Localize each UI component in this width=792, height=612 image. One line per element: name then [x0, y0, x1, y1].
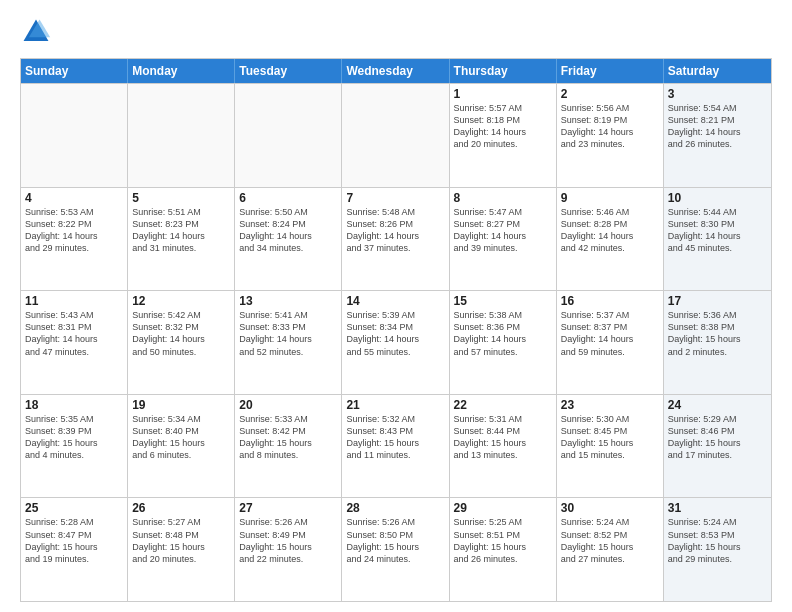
day-info: Sunrise: 5:28 AM Sunset: 8:47 PM Dayligh… — [25, 516, 123, 565]
calendar-day-cell: 31Sunrise: 5:24 AM Sunset: 8:53 PM Dayli… — [664, 498, 771, 601]
calendar-day-cell: 5Sunrise: 5:51 AM Sunset: 8:23 PM Daylig… — [128, 188, 235, 291]
calendar-week: 18Sunrise: 5:35 AM Sunset: 8:39 PM Dayli… — [21, 394, 771, 498]
day-number: 14 — [346, 294, 444, 308]
calendar-day-cell: 20Sunrise: 5:33 AM Sunset: 8:42 PM Dayli… — [235, 395, 342, 498]
calendar-week: 1Sunrise: 5:57 AM Sunset: 8:18 PM Daylig… — [21, 83, 771, 187]
day-info: Sunrise: 5:26 AM Sunset: 8:49 PM Dayligh… — [239, 516, 337, 565]
calendar-week: 25Sunrise: 5:28 AM Sunset: 8:47 PM Dayli… — [21, 497, 771, 601]
day-number: 26 — [132, 501, 230, 515]
day-info: Sunrise: 5:53 AM Sunset: 8:22 PM Dayligh… — [25, 206, 123, 255]
day-info: Sunrise: 5:38 AM Sunset: 8:36 PM Dayligh… — [454, 309, 552, 358]
day-number: 20 — [239, 398, 337, 412]
day-info: Sunrise: 5:36 AM Sunset: 8:38 PM Dayligh… — [668, 309, 767, 358]
day-number: 25 — [25, 501, 123, 515]
calendar-day-cell: 27Sunrise: 5:26 AM Sunset: 8:49 PM Dayli… — [235, 498, 342, 601]
day-number: 8 — [454, 191, 552, 205]
calendar-day-cell: 1Sunrise: 5:57 AM Sunset: 8:18 PM Daylig… — [450, 84, 557, 187]
calendar-header-row: SundayMondayTuesdayWednesdayThursdayFrid… — [21, 59, 771, 83]
day-info: Sunrise: 5:24 AM Sunset: 8:52 PM Dayligh… — [561, 516, 659, 565]
calendar-header-day: Saturday — [664, 59, 771, 83]
logo — [20, 16, 56, 48]
day-number: 22 — [454, 398, 552, 412]
calendar-header-day: Friday — [557, 59, 664, 83]
day-info: Sunrise: 5:34 AM Sunset: 8:40 PM Dayligh… — [132, 413, 230, 462]
calendar-day-cell: 24Sunrise: 5:29 AM Sunset: 8:46 PM Dayli… — [664, 395, 771, 498]
day-info: Sunrise: 5:54 AM Sunset: 8:21 PM Dayligh… — [668, 102, 767, 151]
day-info: Sunrise: 5:44 AM Sunset: 8:30 PM Dayligh… — [668, 206, 767, 255]
day-number: 9 — [561, 191, 659, 205]
day-info: Sunrise: 5:24 AM Sunset: 8:53 PM Dayligh… — [668, 516, 767, 565]
day-number: 12 — [132, 294, 230, 308]
calendar-day-cell: 10Sunrise: 5:44 AM Sunset: 8:30 PM Dayli… — [664, 188, 771, 291]
day-number: 1 — [454, 87, 552, 101]
page: SundayMondayTuesdayWednesdayThursdayFrid… — [0, 0, 792, 612]
header — [20, 16, 772, 48]
calendar-day-cell: 15Sunrise: 5:38 AM Sunset: 8:36 PM Dayli… — [450, 291, 557, 394]
calendar-day-cell: 30Sunrise: 5:24 AM Sunset: 8:52 PM Dayli… — [557, 498, 664, 601]
day-number: 13 — [239, 294, 337, 308]
day-info: Sunrise: 5:33 AM Sunset: 8:42 PM Dayligh… — [239, 413, 337, 462]
day-number: 23 — [561, 398, 659, 412]
calendar-day-cell: 11Sunrise: 5:43 AM Sunset: 8:31 PM Dayli… — [21, 291, 128, 394]
calendar-day-cell — [235, 84, 342, 187]
day-number: 2 — [561, 87, 659, 101]
day-info: Sunrise: 5:48 AM Sunset: 8:26 PM Dayligh… — [346, 206, 444, 255]
day-info: Sunrise: 5:30 AM Sunset: 8:45 PM Dayligh… — [561, 413, 659, 462]
day-info: Sunrise: 5:47 AM Sunset: 8:27 PM Dayligh… — [454, 206, 552, 255]
day-info: Sunrise: 5:43 AM Sunset: 8:31 PM Dayligh… — [25, 309, 123, 358]
calendar-day-cell: 13Sunrise: 5:41 AM Sunset: 8:33 PM Dayli… — [235, 291, 342, 394]
calendar: SundayMondayTuesdayWednesdayThursdayFrid… — [20, 58, 772, 602]
calendar-day-cell: 4Sunrise: 5:53 AM Sunset: 8:22 PM Daylig… — [21, 188, 128, 291]
day-number: 18 — [25, 398, 123, 412]
day-info: Sunrise: 5:26 AM Sunset: 8:50 PM Dayligh… — [346, 516, 444, 565]
day-info: Sunrise: 5:37 AM Sunset: 8:37 PM Dayligh… — [561, 309, 659, 358]
day-number: 21 — [346, 398, 444, 412]
calendar-header-day: Monday — [128, 59, 235, 83]
calendar-body: 1Sunrise: 5:57 AM Sunset: 8:18 PM Daylig… — [21, 83, 771, 601]
calendar-day-cell: 14Sunrise: 5:39 AM Sunset: 8:34 PM Dayli… — [342, 291, 449, 394]
day-info: Sunrise: 5:46 AM Sunset: 8:28 PM Dayligh… — [561, 206, 659, 255]
day-number: 29 — [454, 501, 552, 515]
day-number: 15 — [454, 294, 552, 308]
day-info: Sunrise: 5:56 AM Sunset: 8:19 PM Dayligh… — [561, 102, 659, 151]
calendar-day-cell: 2Sunrise: 5:56 AM Sunset: 8:19 PM Daylig… — [557, 84, 664, 187]
day-number: 6 — [239, 191, 337, 205]
day-number: 5 — [132, 191, 230, 205]
calendar-header-day: Tuesday — [235, 59, 342, 83]
day-number: 27 — [239, 501, 337, 515]
calendar-week: 11Sunrise: 5:43 AM Sunset: 8:31 PM Dayli… — [21, 290, 771, 394]
day-info: Sunrise: 5:50 AM Sunset: 8:24 PM Dayligh… — [239, 206, 337, 255]
calendar-day-cell — [342, 84, 449, 187]
calendar-day-cell: 23Sunrise: 5:30 AM Sunset: 8:45 PM Dayli… — [557, 395, 664, 498]
day-number: 30 — [561, 501, 659, 515]
calendar-day-cell: 19Sunrise: 5:34 AM Sunset: 8:40 PM Dayli… — [128, 395, 235, 498]
logo-icon — [20, 16, 52, 48]
calendar-day-cell: 26Sunrise: 5:27 AM Sunset: 8:48 PM Dayli… — [128, 498, 235, 601]
day-info: Sunrise: 5:29 AM Sunset: 8:46 PM Dayligh… — [668, 413, 767, 462]
calendar-day-cell: 8Sunrise: 5:47 AM Sunset: 8:27 PM Daylig… — [450, 188, 557, 291]
calendar-day-cell: 18Sunrise: 5:35 AM Sunset: 8:39 PM Dayli… — [21, 395, 128, 498]
day-number: 3 — [668, 87, 767, 101]
calendar-day-cell: 6Sunrise: 5:50 AM Sunset: 8:24 PM Daylig… — [235, 188, 342, 291]
calendar-day-cell — [21, 84, 128, 187]
calendar-day-cell: 16Sunrise: 5:37 AM Sunset: 8:37 PM Dayli… — [557, 291, 664, 394]
calendar-day-cell: 28Sunrise: 5:26 AM Sunset: 8:50 PM Dayli… — [342, 498, 449, 601]
calendar-day-cell: 12Sunrise: 5:42 AM Sunset: 8:32 PM Dayli… — [128, 291, 235, 394]
day-info: Sunrise: 5:35 AM Sunset: 8:39 PM Dayligh… — [25, 413, 123, 462]
calendar-day-cell: 7Sunrise: 5:48 AM Sunset: 8:26 PM Daylig… — [342, 188, 449, 291]
day-number: 10 — [668, 191, 767, 205]
day-info: Sunrise: 5:27 AM Sunset: 8:48 PM Dayligh… — [132, 516, 230, 565]
day-info: Sunrise: 5:25 AM Sunset: 8:51 PM Dayligh… — [454, 516, 552, 565]
day-number: 4 — [25, 191, 123, 205]
calendar-day-cell — [128, 84, 235, 187]
day-info: Sunrise: 5:42 AM Sunset: 8:32 PM Dayligh… — [132, 309, 230, 358]
calendar-day-cell: 21Sunrise: 5:32 AM Sunset: 8:43 PM Dayli… — [342, 395, 449, 498]
calendar-header-day: Wednesday — [342, 59, 449, 83]
calendar-header-day: Thursday — [450, 59, 557, 83]
calendar-day-cell: 3Sunrise: 5:54 AM Sunset: 8:21 PM Daylig… — [664, 84, 771, 187]
day-number: 24 — [668, 398, 767, 412]
day-number: 16 — [561, 294, 659, 308]
day-info: Sunrise: 5:39 AM Sunset: 8:34 PM Dayligh… — [346, 309, 444, 358]
day-info: Sunrise: 5:57 AM Sunset: 8:18 PM Dayligh… — [454, 102, 552, 151]
day-number: 19 — [132, 398, 230, 412]
